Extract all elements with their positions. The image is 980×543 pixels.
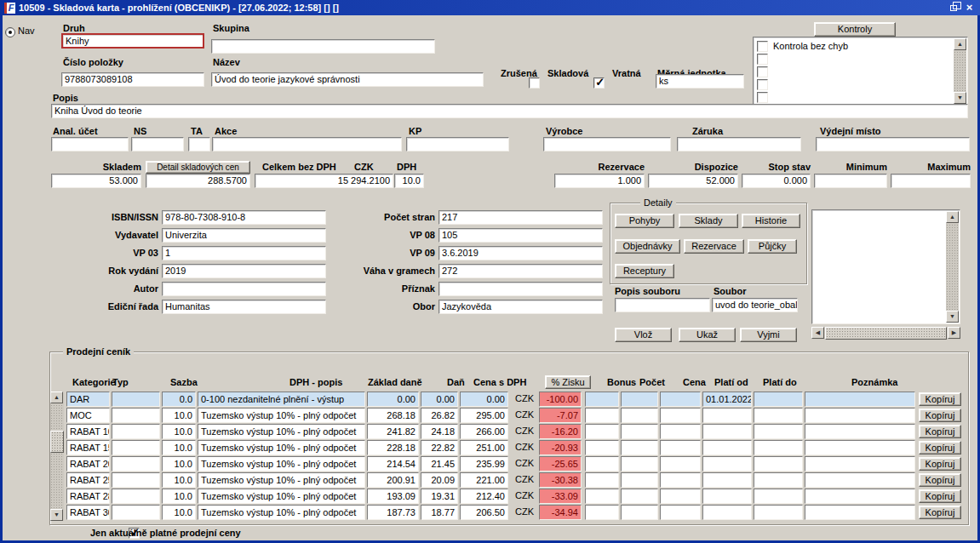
kontroly-listbox[interactable]: Kontrola bez chyb ▲ ▼	[753, 37, 968, 106]
scroll-down-icon[interactable]: ▼	[50, 509, 63, 521]
cell-kategorie[interactable]: RABAT 25	[66, 472, 110, 488]
cell-plati-do[interactable]	[754, 424, 803, 439]
cell-pocet[interactable]	[621, 392, 658, 407]
cell-zaklad[interactable]: 228.18	[367, 440, 419, 455]
cell-cena-s-dph[interactable]: 235.99	[460, 456, 508, 472]
cell-sazba[interactable]: 10.0	[162, 440, 196, 455]
druh-field[interactable]: Knihy	[61, 33, 204, 49]
cell-kategorie[interactable]: MOC	[66, 408, 110, 423]
cell-typ[interactable]	[112, 408, 160, 423]
skladova-cena-field[interactable]: 288.5700	[146, 174, 250, 188]
cell-cena[interactable]	[660, 505, 701, 520]
cell-pocet[interactable]	[621, 505, 658, 520]
cell-dan[interactable]: 22.82	[421, 440, 458, 455]
vp-08-field[interactable]: 105	[438, 228, 603, 243]
zisk-column-button[interactable]: % Zisku	[545, 375, 591, 389]
scroll-left-icon[interactable]: ◀	[811, 327, 824, 339]
scrollbar-thumb[interactable]	[825, 327, 947, 340]
copy-row-button[interactable]: Kopíruj	[919, 409, 961, 422]
cell-cena-s-dph[interactable]: 295.00	[460, 408, 508, 423]
cell-zisk[interactable]: -33.09	[539, 489, 582, 504]
cell-plati-do[interactable]	[754, 489, 803, 504]
copy-row-button[interactable]: Kopíruj	[919, 457, 961, 471]
vp-03-field[interactable]: 1	[162, 246, 326, 260]
kontroly-item-checkbox[interactable]	[757, 41, 768, 52]
copy-row-button[interactable]: Kopíruj	[919, 489, 961, 503]
cell-poznamka[interactable]	[805, 456, 915, 472]
cell-plati-od[interactable]: 01.01.2022	[702, 392, 752, 407]
cell-cena-s-dph[interactable]: 206.50	[460, 505, 508, 520]
cell-dph-popis[interactable]: Tuzemsko výstup 10% - plný odpočet	[198, 505, 365, 520]
cell-bonus[interactable]	[585, 440, 619, 455]
kontroly-item-checkbox[interactable]	[757, 92, 768, 103]
maximum-field[interactable]	[891, 174, 971, 188]
cell-cena[interactable]	[660, 408, 701, 423]
cell-dan[interactable]: 18.77	[421, 505, 458, 520]
cell-zaklad[interactable]: 200.91	[367, 472, 419, 488]
cell-cena[interactable]	[660, 424, 701, 439]
scroll-up-icon[interactable]: ▲	[946, 211, 959, 223]
scrollbar-thumb[interactable]	[50, 431, 64, 453]
cell-typ[interactable]	[112, 472, 160, 488]
receptury-button[interactable]: Receptury	[615, 264, 674, 278]
cell-poznamka[interactable]	[805, 440, 915, 455]
cell-dan[interactable]: 19.31	[421, 489, 458, 504]
vyrobce-field[interactable]	[543, 137, 671, 151]
akce-field[interactable]	[212, 137, 402, 151]
cell-sazba[interactable]: 10.0	[162, 505, 196, 520]
cell-plati-od[interactable]	[702, 505, 752, 520]
kontroly-item-checkbox[interactable]	[757, 66, 768, 77]
cell-zaklad[interactable]: 268.18	[367, 408, 419, 423]
cell-cena[interactable]	[660, 472, 701, 488]
cell-kategorie[interactable]: DAR	[66, 392, 110, 407]
cell-zaklad[interactable]: 0.00	[367, 392, 419, 407]
objednavky-button[interactable]: Objednávky	[615, 239, 680, 254]
copy-row-button[interactable]: Kopíruj	[919, 473, 961, 487]
scroll-down-icon[interactable]: ▼	[946, 311, 959, 323]
kp-field[interactable]	[406, 137, 509, 151]
cell-pocet[interactable]	[621, 408, 658, 423]
scroll-up-icon[interactable]: ▲	[954, 38, 966, 50]
cell-dph-popis[interactable]: Tuzemsko výstup 10% - plný odpočet	[198, 408, 365, 423]
cell-pocet[interactable]	[621, 489, 658, 504]
cell-plati-od[interactable]	[702, 424, 752, 439]
skladem-field[interactable]: 53.000	[51, 174, 141, 188]
popis-field[interactable]: Kniha Úvod do teorie	[51, 104, 968, 118]
cell-zisk[interactable]: -100.00	[539, 392, 582, 407]
scroll-up-icon[interactable]: ▲	[50, 392, 63, 403]
cell-kategorie[interactable]: RABAT 10	[66, 424, 110, 439]
cell-typ[interactable]	[112, 392, 160, 407]
cell-poznamka[interactable]	[805, 489, 915, 504]
cell-bonus[interactable]	[585, 456, 619, 472]
soubor-field[interactable]: uvod do teorie_obal	[712, 298, 798, 312]
skupina-field[interactable]	[211, 39, 435, 54]
cell-cena-s-dph[interactable]: 221.00	[460, 472, 508, 488]
cell-typ[interactable]	[112, 505, 160, 520]
cell-zisk[interactable]: -34.94	[539, 505, 582, 520]
cell-kategorie[interactable]: RABAT 15	[66, 440, 110, 455]
cell-dph-popis[interactable]: Tuzemsko výstup 10% - plný odpočet	[198, 472, 365, 488]
cell-bonus[interactable]	[585, 505, 619, 520]
copy-row-button[interactable]: Kopíruj	[919, 425, 961, 438]
cell-poznamka[interactable]	[805, 505, 915, 520]
vp-09-field[interactable]: 3.6.2019	[438, 246, 603, 260]
stop-stav-field[interactable]: 0.000	[742, 174, 811, 188]
cell-cena-s-dph[interactable]: 212.40	[460, 489, 508, 504]
cell-typ[interactable]	[112, 440, 160, 455]
anal-ucet-field[interactable]	[51, 137, 129, 151]
kontroly-scrollbar[interactable]: ▲ ▼	[954, 38, 966, 104]
preview-vscrollbar[interactable]: ▲ ▼	[946, 211, 959, 323]
pocet-stran-field[interactable]: 217	[438, 210, 603, 225]
cell-typ[interactable]	[112, 456, 160, 472]
rezervace-field[interactable]: 1.000	[554, 174, 645, 188]
copy-row-button[interactable]: Kopíruj	[919, 506, 961, 519]
cell-pocet[interactable]	[621, 424, 658, 439]
cell-zisk[interactable]: -16.20	[539, 424, 582, 439]
celkem-bez-dph-field[interactable]: 15 294.2100	[255, 174, 393, 188]
cell-zisk[interactable]: -30.38	[539, 472, 582, 488]
cell-poznamka[interactable]	[805, 392, 915, 407]
cell-dph-popis[interactable]: Tuzemsko výstup 10% - plný odpočet	[198, 424, 365, 439]
cell-cena[interactable]	[660, 392, 701, 407]
cell-plati-do[interactable]	[754, 505, 803, 520]
detail-skladovych-cen-button[interactable]: Detail skladových cen	[146, 161, 250, 174]
